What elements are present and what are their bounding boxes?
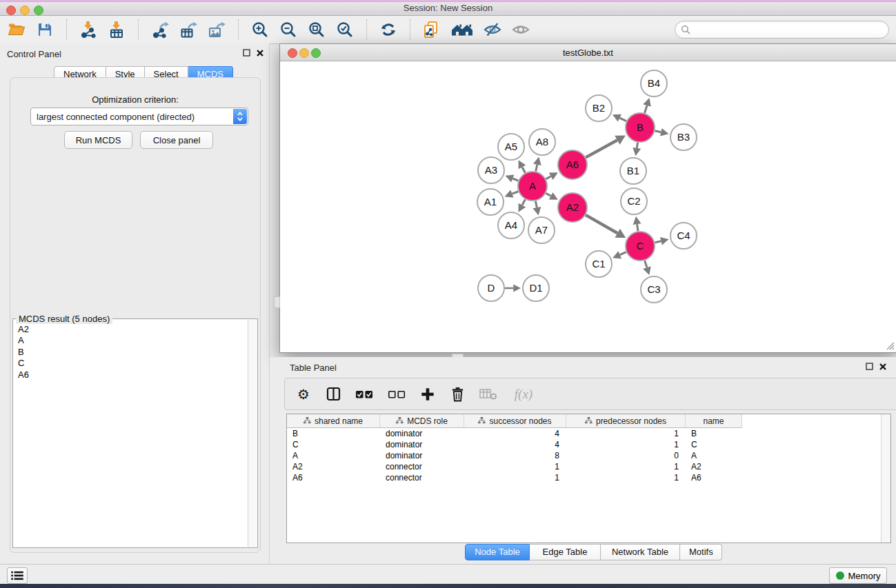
result-scrollbar[interactable] bbox=[248, 320, 257, 547]
edge-A6-B[interactable] bbox=[586, 140, 617, 157]
resize-grip-icon[interactable] bbox=[885, 341, 895, 350]
edge-A-A4[interactable] bbox=[522, 199, 525, 205]
import-table-button[interactable] bbox=[107, 19, 126, 40]
edge-A-A3[interactable] bbox=[512, 179, 518, 181]
graph-node-label: A6 bbox=[566, 159, 579, 170]
select-all-button[interactable] bbox=[354, 385, 375, 403]
edge-B-B1[interactable] bbox=[637, 143, 637, 148]
export-network-button[interactable] bbox=[150, 19, 170, 40]
node-table: shared nameMCDS rolesuccessor nodesprede… bbox=[286, 414, 891, 543]
edge-B-B4[interactable] bbox=[645, 105, 647, 113]
toolbar-separator bbox=[238, 19, 239, 40]
memory-label: Memory bbox=[848, 571, 881, 581]
unselect-all-icon bbox=[388, 389, 406, 399]
task-history-button[interactable] bbox=[7, 567, 28, 584]
graph-node-label: C4 bbox=[677, 230, 690, 241]
table-cell: 1 bbox=[464, 473, 566, 483]
close-table-panel-button[interactable] bbox=[879, 363, 886, 370]
home-view-button[interactable] bbox=[450, 19, 474, 40]
mcds-result-item[interactable]: C bbox=[18, 358, 248, 369]
mcds-result-item[interactable]: B bbox=[18, 347, 248, 358]
edge-A-A2[interactable] bbox=[546, 193, 550, 196]
tab-network-table[interactable]: Network Table bbox=[601, 544, 680, 560]
zoom-out-button[interactable] bbox=[279, 19, 298, 40]
unselect-all-button[interactable] bbox=[386, 385, 407, 403]
edge-B-B2[interactable] bbox=[619, 118, 626, 121]
edge-A2-C[interactable] bbox=[586, 215, 617, 233]
zoom-in-button[interactable] bbox=[250, 19, 270, 40]
column-header-shared-name[interactable]: shared name bbox=[287, 414, 380, 427]
table-row[interactable]: A6connector11A6 bbox=[287, 472, 881, 483]
edge-C-C1[interactable] bbox=[620, 252, 626, 255]
float-table-panel-button[interactable] bbox=[866, 363, 873, 370]
edge-B-B3[interactable] bbox=[655, 131, 661, 132]
search-input[interactable] bbox=[694, 24, 883, 36]
delete-table-button[interactable] bbox=[478, 385, 499, 403]
table-scrollbar[interactable] bbox=[881, 414, 890, 543]
mcds-result-item[interactable]: A2 bbox=[18, 324, 248, 335]
run-mcds-button[interactable]: Run MCDS bbox=[64, 131, 132, 149]
search-box[interactable] bbox=[675, 21, 889, 39]
network-view[interactable]: AA1A2A3A4A5A6A7A8BB1B2B3B4CC1C2C3C4DD1 bbox=[280, 61, 896, 352]
close-panel-button[interactable] bbox=[257, 50, 263, 57]
mcds-result-item[interactable]: A6 bbox=[18, 369, 248, 381]
graph-node-label: B4 bbox=[648, 77, 660, 89]
export-image-icon bbox=[208, 21, 226, 39]
edge-C-C3[interactable] bbox=[645, 261, 647, 267]
float-panel-button[interactable] bbox=[243, 49, 250, 57]
edge-A-A6[interactable] bbox=[546, 176, 550, 179]
open-file-button[interactable] bbox=[7, 19, 26, 40]
graph-node-label: A2 bbox=[566, 201, 579, 213]
table-row[interactable]: Adominator80A bbox=[287, 450, 881, 461]
toolbar-separator bbox=[410, 19, 410, 40]
column-header-successor-nodes[interactable]: successor nodes bbox=[464, 414, 566, 427]
export-image-button[interactable] bbox=[207, 19, 226, 40]
function-builder-button[interactable]: f(x) bbox=[510, 385, 537, 403]
table-row[interactable]: Cdominator41C bbox=[287, 439, 881, 450]
mcds-result-list: A2ABCA6 bbox=[14, 320, 248, 547]
export-table-button[interactable] bbox=[179, 19, 198, 40]
edge-C-C2[interactable] bbox=[637, 224, 638, 231]
add-entry-button[interactable] bbox=[419, 385, 437, 403]
tab-edge-table[interactable]: Edge Table bbox=[530, 544, 601, 560]
table-cell: 4 bbox=[464, 429, 566, 438]
column-header-predecessor-nodes[interactable]: predecessor nodes bbox=[566, 414, 686, 427]
table-settings-button[interactable]: ⚙ bbox=[295, 385, 312, 403]
table-row[interactable]: Bdominator41B bbox=[287, 428, 881, 439]
tab-motifs[interactable]: Motifs bbox=[680, 544, 722, 560]
zoom-fit-button[interactable] bbox=[307, 19, 326, 40]
splitter-grip-vertical[interactable] bbox=[274, 296, 280, 308]
column-header-name[interactable]: name bbox=[686, 414, 742, 427]
column-header-MCDS-role[interactable]: MCDS role bbox=[380, 414, 464, 427]
table-cell: A bbox=[686, 451, 742, 460]
gear-icon: ⚙ bbox=[297, 387, 310, 401]
table-row[interactable]: A2connector11A2 bbox=[287, 461, 881, 472]
duplicate-network-button[interactable] bbox=[422, 19, 441, 40]
float-icon bbox=[866, 363, 873, 370]
hide-selected-button[interactable] bbox=[483, 19, 502, 40]
edge-A-A1[interactable] bbox=[512, 192, 518, 194]
network-canvas[interactable]: AA1A2A3A4A5A6A7A8BB1B2B3B4CC1C2C3C4DD1 bbox=[280, 61, 895, 352]
tab-node-table[interactable]: Node Table bbox=[465, 544, 530, 560]
optimization-select[interactable]: largest connected component (directed) bbox=[30, 108, 248, 125]
titlebar[interactable]: Session: New Session bbox=[0, 0, 896, 16]
network-window-titlebar[interactable]: testGlobe.txt bbox=[280, 44, 896, 61]
edge-arrowhead-icon bbox=[513, 285, 521, 292]
zoom-selected-button[interactable] bbox=[335, 19, 355, 40]
eye-icon bbox=[511, 21, 530, 39]
show-columns-button[interactable] bbox=[324, 385, 342, 403]
mcds-result-item[interactable]: A bbox=[18, 335, 248, 346]
delete-entry-button[interactable] bbox=[448, 385, 466, 403]
save-icon bbox=[37, 21, 53, 38]
save-session-button[interactable] bbox=[35, 19, 54, 40]
show-graphics-button[interactable] bbox=[511, 19, 530, 40]
edge-A-A8[interactable] bbox=[536, 165, 537, 172]
edge-A-A5[interactable] bbox=[522, 167, 525, 172]
memory-button[interactable]: Memory bbox=[829, 567, 887, 584]
edge-A-A7[interactable] bbox=[535, 201, 537, 208]
edge-arrowhead-icon bbox=[643, 266, 650, 275]
import-network-button[interactable] bbox=[79, 19, 98, 40]
edge-C-C4[interactable] bbox=[655, 241, 661, 243]
refresh-layout-button[interactable] bbox=[379, 19, 398, 40]
close-panel-button-secondary[interactable]: Close panel bbox=[140, 131, 213, 149]
